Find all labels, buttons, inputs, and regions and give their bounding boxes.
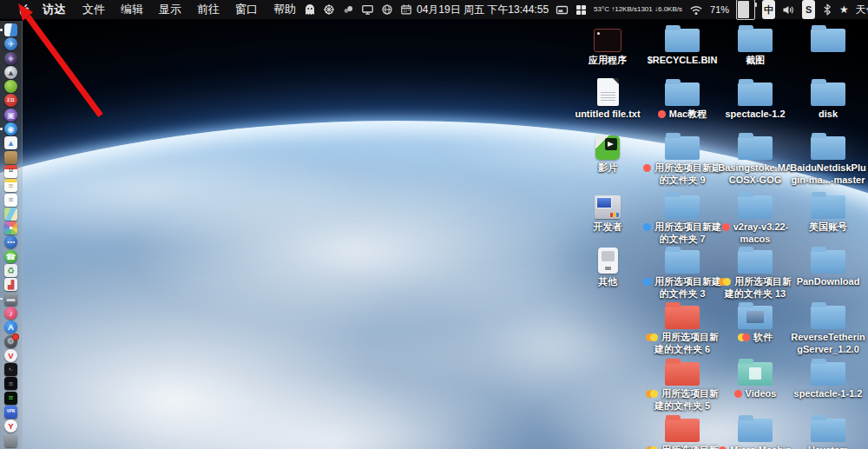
battery-fill — [738, 1, 749, 18]
dock-terminal-2[interactable]: ≡ — [4, 377, 17, 390]
dock-safari[interactable]: ◉ — [4, 122, 17, 135]
dark-purple-app-glyph: ◈ — [8, 54, 14, 63]
music-app-glyph: ♪ — [9, 309, 13, 318]
dock-music-app[interactable]: ♪ — [4, 307, 17, 320]
dock-blue-plane-app[interactable]: ✈ — [4, 37, 17, 50]
menu-item-window[interactable]: 窗口 — [227, 0, 266, 19]
dock-android-app[interactable] — [4, 80, 17, 93]
recycle-utility-app-icon: ♻ — [4, 264, 17, 277]
menu-item-view[interactable]: 显示 — [151, 0, 189, 19]
dock-maps-app[interactable] — [4, 208, 17, 221]
dock-textedit-app[interactable]: ≡ — [4, 194, 17, 207]
partial-bottom-app-icon — [4, 434, 17, 447]
dock-terminal-1[interactable]: ›_ — [4, 363, 17, 376]
tag-dot-red — [658, 110, 666, 118]
dock-vpn-app[interactable]: VPN — [4, 406, 17, 419]
dock-dark-purple-app[interactable]: ◈ — [4, 52, 17, 65]
display-icon[interactable] — [361, 0, 374, 19]
app-store-icon: A — [4, 320, 17, 333]
menu-item-file[interactable]: 文件 — [75, 0, 113, 19]
notes-app-icon: ≡ — [4, 179, 17, 192]
istat-readout[interactable]: 53°C ↑12KB/s 1301 ↓6.0KB/s — [594, 0, 682, 19]
running-indicator — [0, 29, 3, 31]
dock-red-date-badge-app[interactable]: 2.11 — [4, 94, 17, 107]
baidunetdisk-plugin-folder-icon — [783, 130, 868, 160]
dock-purple-floppy-app[interactable]: ▣ — [4, 109, 17, 122]
dock-notes-app[interactable]: ≡ — [4, 179, 17, 192]
screen-dots-icon[interactable] — [342, 0, 354, 19]
dock-yandex-app[interactable]: Y — [4, 419, 17, 432]
weather-app-name[interactable]: 天色迷香 — [856, 0, 868, 19]
terminal-1-glyph: ›_ — [9, 367, 12, 372]
proxy-app-icon[interactable]: S — [802, 0, 815, 19]
dock-leather-box-app[interactable] — [4, 151, 17, 164]
star-icon[interactable]: ★ — [839, 0, 849, 19]
dock-messages-dots-app[interactable]: ⋯ — [4, 235, 17, 248]
dock-photos-app[interactable] — [4, 221, 17, 234]
bluetooth-icon[interactable] — [822, 0, 832, 19]
desktop-icon-disk-folder[interactable]: disk — [783, 76, 868, 121]
desktop-icon-reverse-tethering-folder[interactable]: ReverseTetheringServer_1.2.0 — [783, 300, 868, 355]
dock-terminal-green[interactable]: ≡ — [4, 392, 17, 405]
input-method-icon[interactable]: 中 — [762, 0, 775, 19]
maps-app-icon — [4, 208, 17, 221]
desktop-icon-pandownload-folder[interactable]: PanDownload — [783, 244, 868, 288]
desktop-icon-usystem-folder[interactable]: Usystem — [783, 413, 868, 449]
temp-net-up: 53°C ↑12KB/s — [594, 6, 637, 14]
red-date-badge-app-glyph: 2.11 — [7, 99, 15, 103]
icon-label-line: gServer_1.2.0 — [783, 344, 868, 356]
dock-vivaldi-browser[interactable]: V — [4, 349, 17, 362]
wifi-icon[interactable] — [689, 0, 703, 19]
notes-app-glyph: ≡ — [9, 182, 14, 190]
speaker-icon[interactable] — [782, 0, 795, 19]
helm-icon[interactable] — [323, 0, 335, 19]
icon-label: disk — [783, 109, 868, 121]
dock-green-phone-app[interactable]: ☎ — [4, 250, 17, 263]
running-indicator — [0, 128, 3, 130]
menu-clock[interactable]: 04月19日 周五 下午13:44:55 — [417, 0, 549, 19]
dock-system-preferences[interactable]: ⚙ — [4, 335, 17, 348]
globe-icon[interactable] — [381, 0, 393, 19]
menu-right: 04月19日 周五 下午13:44:55 53°C ↑12KB/s 1301 ↓… — [304, 0, 868, 19]
dock-finder[interactable] — [4, 23, 17, 36]
menu-bar: 访达文件编辑显示前往窗口帮助 — [0, 0, 868, 19]
menu-item-edit[interactable]: 编辑 — [113, 0, 151, 19]
dock-stats-chart-app[interactable]: ▟ — [4, 278, 17, 291]
textedit-app-glyph: ≡ — [9, 195, 14, 204]
dock-app-store[interactable]: A — [4, 320, 17, 333]
dock-recycle-utility-app[interactable]: ♻ — [4, 264, 17, 277]
folder-glyph — [738, 29, 773, 52]
desktop-icon-unnamed-folder[interactable] — [783, 23, 868, 52]
dock-calendar-app[interactable]: 12 — [4, 165, 17, 178]
icon-label: PanDownload — [783, 276, 868, 288]
notification-badge — [12, 333, 19, 340]
purple-floppy-app-icon: ▣ — [4, 109, 17, 122]
folder-glyph — [738, 136, 773, 160]
pandownload-folder-icon — [783, 244, 868, 274]
battery-icon[interactable] — [736, 0, 755, 20]
icon-label-line: 截图 — [710, 55, 800, 67]
menu-item-help[interactable]: 帮助 — [266, 0, 304, 19]
apple-menu[interactable] — [12, 0, 35, 19]
menu-item-go[interactable]: 前往 — [189, 0, 227, 19]
dock-preview-image-app[interactable]: ▲ — [4, 136, 17, 149]
desktop-icon-baidunetdisk-plugin-folder[interactable]: BaiduNetdiskPlugin-ma...-master — [783, 130, 868, 186]
dock-launchpad-rocket[interactable]: ▲ — [4, 66, 17, 79]
desktop-icon-us-account-folder[interactable]: 美国账号 — [783, 189, 868, 234]
desktop-icon-spectacle-1-1-2-folder[interactable]: spectacle-1-1.2 — [783, 356, 868, 400]
box-icon[interactable] — [556, 0, 569, 19]
android-app-icon — [4, 80, 17, 93]
dark-purple-app-icon: ◈ — [4, 52, 17, 65]
icon-label-line: 美国账号 — [783, 221, 868, 234]
window-panes-icon[interactable] — [575, 0, 587, 19]
dock-gray-drive-app[interactable]: ▬ — [4, 293, 17, 306]
tag-dots — [658, 109, 666, 119]
icon-label-line: spectacle-1-1.2 — [783, 388, 868, 400]
ghost-icon[interactable] — [304, 0, 316, 19]
calendar-icon[interactable] — [400, 0, 412, 19]
tag-dots — [734, 388, 742, 399]
folder-glyph — [811, 250, 845, 274]
menu-item-finder[interactable]: 访达 — [35, 0, 75, 19]
stats-chart-app-icon: ▟ — [4, 278, 17, 291]
dock-partial-bottom-app[interactable] — [4, 434, 17, 447]
